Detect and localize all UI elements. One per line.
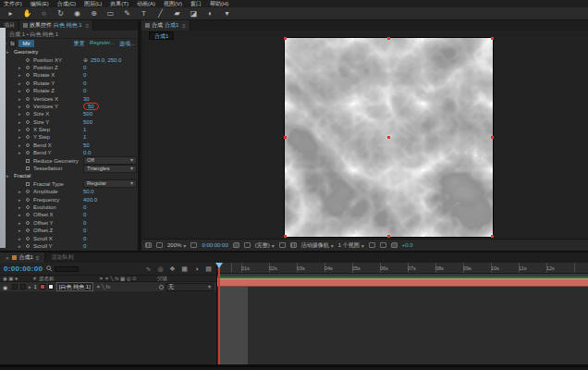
work-area-bar[interactable] bbox=[217, 274, 588, 278]
effect-parameter-row[interactable]: ▸ Scroll X 0 bbox=[0, 234, 138, 241]
parameter-value[interactable]: 50 bbox=[83, 142, 90, 148]
twirl-icon[interactable]: ▸ bbox=[18, 212, 26, 217]
exposure-value[interactable]: +0.0 bbox=[402, 242, 413, 248]
twirl-icon[interactable]: ▸ bbox=[18, 111, 26, 117]
safe-margins-icon[interactable] bbox=[190, 242, 197, 248]
view-dropdown[interactable]: 活动摄像机 bbox=[301, 241, 334, 250]
parameter-value[interactable]: Regular bbox=[83, 179, 137, 188]
reset-link[interactable]: 重置 bbox=[74, 40, 85, 48]
menu-item[interactable]: 帮助(H) bbox=[210, 0, 228, 7]
parameter-value[interactable]: Off bbox=[83, 156, 137, 165]
layer-label-swatch[interactable] bbox=[40, 284, 45, 290]
parameter-value[interactable]: 250.0, 250.0 bbox=[83, 56, 121, 63]
fast-previews-icon[interactable] bbox=[380, 242, 386, 248]
menu-item[interactable]: 编辑(E) bbox=[31, 0, 49, 7]
layer-handle[interactable] bbox=[491, 235, 494, 238]
effect-name[interactable]: Mir bbox=[18, 40, 33, 47]
menu-item[interactable]: 视图(V) bbox=[164, 0, 182, 7]
stopwatch-icon[interactable] bbox=[26, 244, 33, 248]
stopwatch-icon[interactable] bbox=[26, 58, 33, 62]
magnification-dropdown[interactable]: 200% bbox=[167, 242, 186, 249]
effect-parameter-row[interactable]: ▸ Size X 500 bbox=[0, 110, 138, 117]
region-of-interest-icon[interactable] bbox=[279, 242, 286, 248]
effect-parameter-row[interactable]: ▸ Rotate Y 0 bbox=[0, 80, 138, 87]
effect-parameter-row[interactable]: ▸ Tessellation Triangles bbox=[0, 165, 138, 172]
zoom-tool-icon[interactable]: ○ bbox=[39, 9, 49, 18]
twirl-icon[interactable]: ▸ bbox=[18, 134, 26, 140]
resolution-dropdown[interactable]: (完整) bbox=[255, 241, 275, 250]
effect-parameter-row[interactable]: ▸ Vertices X 30 bbox=[0, 94, 138, 102]
source-name-column[interactable]: 源名称 bbox=[39, 276, 96, 282]
search-input[interactable] bbox=[55, 266, 79, 272]
type-tool-icon[interactable]: T bbox=[139, 9, 149, 18]
layer-handle[interactable] bbox=[284, 37, 287, 40]
stopwatch-icon[interactable] bbox=[26, 213, 33, 216]
parent-dropdown[interactable]: 无 bbox=[165, 283, 214, 291]
layer-handle[interactable] bbox=[491, 37, 494, 40]
layer-twirl-icon[interactable]: ▸ bbox=[29, 284, 31, 290]
layer-handle[interactable] bbox=[387, 37, 390, 40]
layer-handle[interactable] bbox=[387, 235, 390, 238]
parameter-value[interactable]: 0.0 bbox=[83, 150, 91, 155]
timeline-search[interactable] bbox=[46, 265, 79, 272]
menu-item[interactable]: 合成(C) bbox=[57, 0, 76, 7]
stopwatch-icon[interactable] bbox=[26, 112, 33, 116]
current-time-display[interactable]: 0:00:00:00 bbox=[4, 265, 43, 273]
clone-stamp-tool-icon[interactable]: ▰ bbox=[172, 9, 182, 18]
layer-row[interactable]: ◉ ▸ 1 [白色 纯色 1] ✦ ╲ fx 无 bbox=[0, 282, 216, 291]
twirl-icon[interactable]: ▸ bbox=[18, 243, 26, 249]
timeline-toggle-icon[interactable]: ❖ bbox=[168, 265, 177, 273]
layer-switches[interactable]: ✦ ╲ fx bbox=[96, 284, 133, 290]
twirl-icon[interactable]: ▸ bbox=[18, 88, 26, 93]
playhead-icon[interactable] bbox=[215, 263, 223, 268]
stopwatch-icon[interactable] bbox=[26, 81, 33, 85]
twirl-icon[interactable]: ▸ bbox=[18, 104, 26, 109]
twirl-icon[interactable]: ▸ bbox=[18, 189, 26, 194]
current-time-indicator[interactable] bbox=[218, 263, 220, 364]
twirl-icon[interactable]: ▸ bbox=[18, 142, 26, 148]
twirl-icon[interactable]: ▸ bbox=[18, 220, 26, 226]
parameter-value[interactable]: 0 bbox=[83, 65, 86, 70]
stopwatch-icon[interactable] bbox=[26, 166, 33, 170]
effect-parameter-row[interactable]: ▸ Amplitude 50.0 bbox=[0, 188, 138, 195]
layer-anchor-point[interactable] bbox=[387, 136, 390, 139]
shape-tool-icon[interactable]: ▭ bbox=[105, 9, 116, 18]
pickwhip-icon[interactable] bbox=[159, 285, 164, 290]
selection-tool-icon[interactable]: ▸ bbox=[6, 9, 16, 18]
parameter-value[interactable]: Triangles bbox=[83, 165, 137, 173]
tab-timeline-comp[interactable]: × 合成1 ≡ bbox=[0, 253, 45, 263]
effect-parameter-row[interactable]: ▸ Position XY 250.0, 250.0 bbox=[0, 56, 138, 63]
stopwatch-icon[interactable] bbox=[26, 198, 33, 202]
comp-timecode[interactable]: 0:00:00:00 bbox=[202, 242, 227, 248]
stopwatch-icon[interactable] bbox=[26, 128, 33, 131]
menu-item[interactable]: 图层(L) bbox=[84, 0, 102, 7]
stopwatch-icon[interactable] bbox=[26, 73, 33, 77]
layer-handle[interactable] bbox=[284, 136, 287, 139]
mask-visibility-icon[interactable] bbox=[156, 242, 163, 248]
twirl-icon[interactable]: ▸ bbox=[18, 96, 26, 102]
pen-tool-icon[interactable]: ✎ bbox=[122, 9, 132, 18]
twirl-icon[interactable]: ▸ bbox=[18, 150, 26, 155]
eye-icon[interactable]: ◉ bbox=[3, 284, 9, 290]
layer-name[interactable]: [白色 纯色 1] bbox=[56, 282, 93, 291]
parameter-value[interactable]: 0 bbox=[83, 72, 86, 78]
stopwatch-icon[interactable] bbox=[26, 143, 33, 147]
effect-parameter-row[interactable]: ▸ Position Z 0 bbox=[0, 64, 138, 71]
camera-tool-icon[interactable]: ◉ bbox=[72, 9, 82, 18]
effect-header[interactable]: ▾ fx Mir 重置 Register... 选项... bbox=[0, 39, 138, 48]
panel-menu-icon[interactable]: ≡ bbox=[36, 255, 40, 261]
stopwatch-icon[interactable] bbox=[26, 205, 33, 209]
composition-viewport[interactable] bbox=[285, 38, 493, 237]
effect-parameter-row[interactable]: ▸ Rotate X 0 bbox=[0, 71, 138, 79]
parent-column[interactable]: 父级 bbox=[157, 276, 167, 282]
solid-color-swatch[interactable] bbox=[48, 284, 54, 290]
effect-parameter-row[interactable]: ▸ Vertices Y 50 bbox=[0, 103, 138, 110]
stopwatch-icon[interactable] bbox=[26, 182, 33, 186]
grid-options-icon[interactable] bbox=[145, 242, 152, 248]
parameter-value[interactable]: 400.0 bbox=[83, 197, 97, 203]
effect-parameter-row[interactable]: ▸ Offset Z 0 bbox=[0, 227, 138, 234]
twirl-icon[interactable]: ▸ bbox=[18, 236, 26, 241]
stopwatch-icon[interactable] bbox=[26, 237, 33, 240]
twirl-icon[interactable]: ▸ bbox=[18, 197, 26, 203]
menu-item[interactable]: 窗口 bbox=[190, 0, 202, 7]
